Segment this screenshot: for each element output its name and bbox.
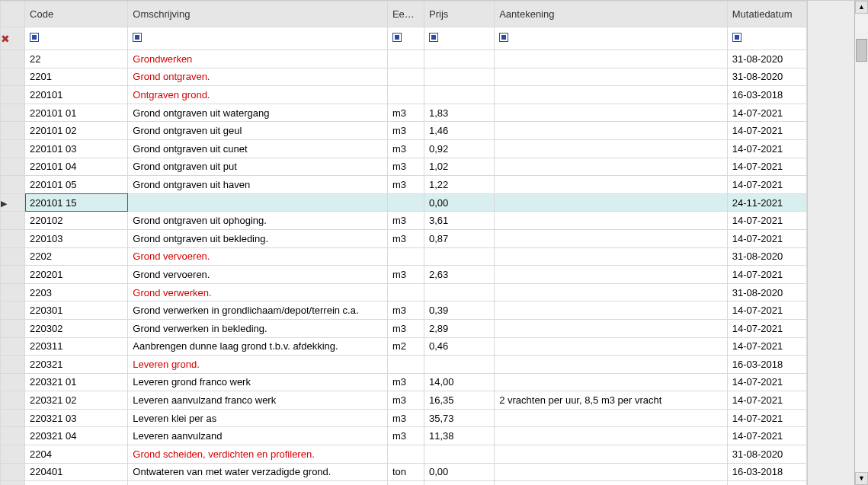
row-indicator[interactable] (1, 356, 25, 374)
cell-note[interactable] (495, 229, 728, 247)
cell-date[interactable]: 31-08-2020 (727, 247, 806, 266)
cell-date[interactable]: 31-08-2020 (727, 283, 806, 302)
cell-price[interactable]: 2,63 (424, 266, 495, 284)
cell-price[interactable]: 3,61 (424, 212, 495, 230)
cell-date[interactable]: 14-07-2021 (727, 229, 806, 247)
cell-date[interactable]: 14-07-2021 (727, 122, 806, 140)
cell-code[interactable]: 220401 (25, 463, 128, 481)
cell-price[interactable]: 14,00 (424, 373, 495, 391)
cell-description[interactable]: Grond scheiden in deelstromen. (128, 481, 388, 485)
cell-description[interactable]: Grond scheiden, verdichten en profileren… (128, 445, 388, 464)
cell-note[interactable] (495, 122, 728, 140)
cell-price[interactable]: 0,46 (424, 337, 495, 356)
cell-date[interactable]: 31-08-2020 (727, 445, 806, 464)
row-indicator[interactable] (1, 176, 25, 194)
data-grid[interactable]: Code Omschrijving Eenheid Prijs Aanteken… (0, 1, 808, 485)
cell-code[interactable]: 220302 (25, 319, 128, 337)
scroll-up-button[interactable]: ▲ (855, 1, 868, 14)
row-indicator[interactable] (1, 481, 25, 485)
cell-description[interactable]: Grond verwerken in bekleding. (128, 319, 388, 337)
cell-code[interactable]: 220101 05 (25, 176, 128, 194)
table-row[interactable]: 220321 01Leveren grond franco werkm314,0… (1, 373, 807, 391)
table-row[interactable]: 220101Ontgraven grond.16-03-2018 (1, 86, 807, 104)
table-row[interactable]: 220321Leveren grond.16-03-2018 (1, 356, 807, 374)
row-indicator[interactable] (1, 409, 25, 427)
filter-note[interactable] (495, 27, 728, 50)
cell-unit[interactable] (387, 445, 424, 464)
cell-note[interactable] (495, 104, 728, 122)
cell-note[interactable] (495, 463, 728, 481)
table-row[interactable]: 220201Grond vervoeren.m32,6314-07-2021 (1, 266, 807, 284)
cell-price[interactable]: 1,46 (424, 122, 495, 140)
cell-code[interactable]: 220101 03 (25, 139, 128, 158)
cell-description[interactable]: Leveren aanvulzand franco werk (128, 391, 388, 410)
cell-code[interactable]: 220101 15 (25, 193, 128, 212)
cell-unit[interactable]: m3 (387, 229, 424, 247)
cell-unit[interactable]: m3 (387, 302, 424, 320)
cell-unit[interactable]: m3 (387, 104, 424, 122)
cell-unit[interactable]: m3 (387, 139, 424, 158)
row-indicator[interactable] (1, 68, 25, 86)
cell-code[interactable]: 2203 (25, 283, 128, 302)
table-row[interactable]: 2202Grond vervoeren.31-08-2020 (1, 247, 807, 266)
cell-unit[interactable]: m3 (387, 373, 424, 391)
cell-note[interactable] (495, 445, 728, 464)
row-indicator[interactable] (1, 247, 25, 266)
cell-unit[interactable]: m3 (387, 158, 424, 176)
table-row[interactable]: 220321 04Leveren aanvulzandm311,3814-07-… (1, 427, 807, 445)
row-indicator[interactable]: ▶ (1, 193, 25, 212)
cell-date[interactable]: 31-08-2020 (727, 50, 806, 69)
table-row[interactable]: 22Grondwerken31-08-2020 (1, 50, 807, 69)
row-indicator[interactable] (1, 212, 25, 230)
header-note[interactable]: Aantekening (495, 2, 728, 27)
header-date[interactable]: Mutatiedatum (727, 2, 806, 27)
vertical-scrollbar[interactable]: ▲ ▼ (855, 1, 868, 485)
cell-date[interactable]: 16-03-2018 (727, 356, 806, 374)
cell-note[interactable] (495, 427, 728, 445)
cell-unit[interactable]: m3 (387, 481, 424, 485)
row-indicator[interactable] (1, 266, 25, 284)
cell-code[interactable]: 220101 04 (25, 158, 128, 176)
cell-unit[interactable] (387, 247, 424, 266)
cell-description[interactable]: Ontwateren van met water verzadigde gron… (128, 463, 388, 481)
cell-description[interactable]: Grond ontgraven uit geul (128, 122, 388, 140)
table-row[interactable]: 220101 01Grond ontgraven uit watergangm3… (1, 104, 807, 122)
cell-description[interactable]: Grondwerken (128, 50, 388, 69)
cell-description[interactable]: Grond ontgraven uit bekleding. (128, 229, 388, 247)
table-row[interactable]: 220401Ontwateren van met water verzadigd… (1, 463, 807, 481)
cell-price[interactable] (424, 68, 495, 86)
cell-unit[interactable]: m3 (387, 122, 424, 140)
cell-code[interactable]: 220301 (25, 302, 128, 320)
cell-unit[interactable]: ton (387, 463, 424, 481)
cell-note[interactable]: 2 vrachten per uur, 8,5 m3 per vracht (495, 391, 728, 410)
cell-price[interactable]: 0,00 (424, 193, 495, 212)
cell-date[interactable]: 14-07-2021 (727, 176, 806, 194)
cell-description[interactable]: Grond verwerken. (128, 283, 388, 302)
cell-note[interactable] (495, 481, 728, 485)
filter-unit[interactable] (387, 27, 424, 50)
cell-unit[interactable] (387, 193, 424, 212)
cell-note[interactable] (495, 176, 728, 194)
cell-note[interactable] (495, 212, 728, 230)
cell-code[interactable]: 220103 (25, 229, 128, 247)
table-row[interactable]: 220301Grond verwerken in grondlichaam/de… (1, 302, 807, 320)
cell-code[interactable]: 22 (25, 50, 128, 69)
cell-unit[interactable] (387, 356, 424, 374)
filter-code[interactable] (25, 27, 128, 50)
row-indicator[interactable] (1, 86, 25, 104)
row-indicator[interactable] (1, 158, 25, 176)
table-row[interactable]: 2204Grond scheiden, verdichten en profil… (1, 445, 807, 464)
table-row[interactable]: 220321 03Leveren klei per asm335,7314-07… (1, 409, 807, 427)
header-indicator[interactable] (1, 2, 25, 27)
cell-code[interactable]: 220201 (25, 266, 128, 284)
cell-date[interactable]: 14-07-2021 (727, 481, 806, 485)
cell-code[interactable]: 220321 02 (25, 391, 128, 410)
filter-date[interactable] (727, 27, 806, 50)
cell-price[interactable] (424, 356, 495, 374)
cell-price[interactable]: 11,38 (424, 427, 495, 445)
cell-description[interactable]: Grond ontgraven uit ophoging. (128, 212, 388, 230)
cell-price[interactable] (424, 247, 495, 266)
cell-note[interactable] (495, 86, 728, 104)
header-code[interactable]: Code (25, 2, 128, 27)
cell-price[interactable]: 1,02 (424, 158, 495, 176)
